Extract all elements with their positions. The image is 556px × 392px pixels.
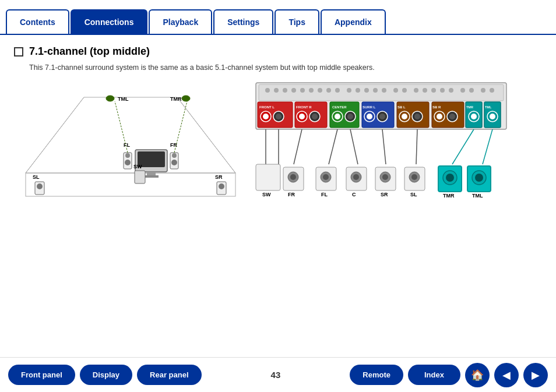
svg-line-3 xyxy=(177,97,235,173)
home-icon: 🏠 xyxy=(471,369,484,382)
svg-point-130 xyxy=(411,174,417,180)
svg-point-49 xyxy=(423,88,427,93)
svg-text:TMR: TMR xyxy=(443,193,455,199)
svg-text:SR: SR xyxy=(381,192,388,197)
diagrams-area: TML TMR FL FR xyxy=(20,80,542,208)
tab-appendix[interactable]: Appendix xyxy=(321,9,386,34)
remote-button[interactable]: Remote xyxy=(350,365,403,385)
svg-point-6 xyxy=(182,96,190,101)
svg-text:FR: FR xyxy=(288,192,295,197)
section-title: 7.1-channel (top middle) xyxy=(29,45,150,58)
room-diagram: TML TMR FL FR xyxy=(20,80,241,208)
svg-point-46 xyxy=(393,88,398,93)
svg-point-13 xyxy=(125,153,130,158)
svg-text:FL: FL xyxy=(124,142,130,148)
svg-text:FRONT R: FRONT R xyxy=(296,105,312,109)
section-description: This 7.1-channel surround system is the … xyxy=(29,63,542,72)
svg-point-54 xyxy=(469,88,474,93)
tab-contents[interactable]: Contents xyxy=(6,9,69,34)
forward-icon: ▶ xyxy=(532,369,540,382)
rear-panel-button[interactable]: Rear panel xyxy=(137,365,201,385)
back-button[interactable]: ◀ xyxy=(494,363,519,387)
svg-point-68 xyxy=(312,114,318,119)
svg-text:CENTER: CENTER xyxy=(332,105,347,109)
svg-point-138 xyxy=(475,174,483,182)
svg-line-106 xyxy=(382,129,386,164)
svg-text:TML: TML xyxy=(472,193,483,199)
svg-line-108 xyxy=(452,129,474,164)
svg-rect-110 xyxy=(256,164,280,190)
bottom-nav-left: Front panel Display Rear panel xyxy=(8,365,202,385)
connector-diagram: FRONT L FRONT R CENTER xyxy=(253,80,509,208)
svg-text:SB R: SB R xyxy=(432,105,441,109)
svg-point-36 xyxy=(300,88,305,93)
svg-point-33 xyxy=(274,88,279,93)
svg-point-122 xyxy=(353,174,359,180)
bottom-nav-right: Remote Index 🏠 ◀ ▶ xyxy=(350,363,548,387)
tab-settings[interactable]: Settings xyxy=(213,9,273,34)
svg-point-45 xyxy=(382,88,386,93)
svg-text:FRONT L: FRONT L xyxy=(259,105,275,109)
svg-point-23 xyxy=(37,183,43,189)
forward-button[interactable]: ▶ xyxy=(523,363,548,387)
svg-line-2 xyxy=(26,97,84,173)
svg-rect-20 xyxy=(135,171,145,183)
tab-playback[interactable]: Playback xyxy=(149,9,212,34)
svg-point-56 xyxy=(490,88,494,93)
tab-connections[interactable]: Connections xyxy=(71,9,148,34)
svg-point-44 xyxy=(373,88,378,93)
svg-text:SURR L: SURR L xyxy=(363,105,376,109)
svg-text:SW: SW xyxy=(262,192,271,197)
svg-text:C: C xyxy=(352,192,356,197)
svg-point-37 xyxy=(309,88,314,93)
svg-point-86 xyxy=(414,114,420,119)
svg-point-40 xyxy=(335,88,340,93)
svg-point-96 xyxy=(471,114,477,119)
svg-rect-10 xyxy=(147,172,156,175)
svg-text:FL: FL xyxy=(321,192,328,197)
svg-text:TML: TML xyxy=(485,105,492,109)
svg-point-14 xyxy=(125,160,131,165)
svg-text:SW: SW xyxy=(133,164,142,169)
svg-text:TML: TML xyxy=(118,96,129,102)
svg-point-42 xyxy=(356,88,360,93)
section-checkbox-icon xyxy=(14,47,23,56)
svg-point-55 xyxy=(481,88,485,93)
svg-point-34 xyxy=(283,88,287,93)
svg-point-51 xyxy=(440,88,445,93)
svg-point-80 xyxy=(379,114,385,119)
svg-point-32 xyxy=(265,88,270,93)
back-icon: ◀ xyxy=(502,369,511,382)
tab-tips[interactable]: Tips xyxy=(275,9,319,34)
display-button[interactable]: Display xyxy=(80,365,132,385)
home-button[interactable]: 🏠 xyxy=(465,363,490,387)
svg-text:TMR: TMR xyxy=(170,96,182,102)
svg-text:SR: SR xyxy=(215,174,223,180)
svg-point-72 xyxy=(335,114,340,119)
svg-text:SB L: SB L xyxy=(397,105,406,109)
page-number: 43 xyxy=(271,370,281,380)
front-panel-button[interactable]: Front panel xyxy=(8,365,75,385)
bottom-nav: Front panel Display Rear panel 43 Remote… xyxy=(0,357,556,392)
section-title-block: 7.1-channel (top middle) xyxy=(14,45,542,58)
main-content: 7.1-channel (top middle) This 7.1-channe… xyxy=(0,35,556,214)
svg-point-100 xyxy=(490,114,495,119)
svg-text:SL: SL xyxy=(410,192,417,197)
svg-point-17 xyxy=(172,153,177,158)
svg-point-35 xyxy=(291,88,296,93)
svg-line-107 xyxy=(416,129,417,164)
svg-point-39 xyxy=(326,88,331,93)
svg-point-92 xyxy=(449,114,455,119)
svg-point-41 xyxy=(347,88,351,93)
svg-point-26 xyxy=(219,183,224,189)
svg-point-66 xyxy=(299,114,305,119)
svg-point-47 xyxy=(402,88,407,93)
svg-rect-31 xyxy=(259,84,504,101)
svg-line-109 xyxy=(483,129,492,164)
svg-point-84 xyxy=(402,114,407,119)
svg-point-62 xyxy=(276,114,281,119)
svg-rect-11 xyxy=(144,175,159,178)
index-button[interactable]: Index xyxy=(408,365,460,385)
svg-point-114 xyxy=(290,174,296,180)
svg-text:TMR: TMR xyxy=(466,105,473,109)
